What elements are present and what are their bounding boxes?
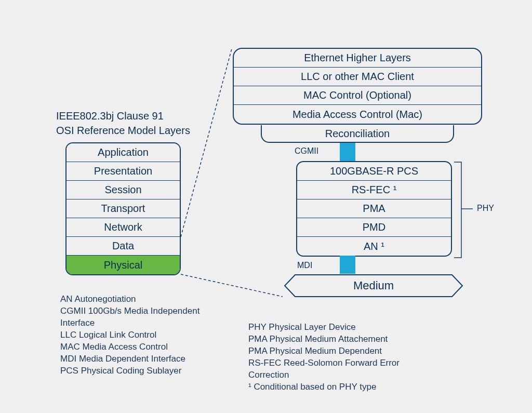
- legend-left-item: LLC Logical Link Control: [60, 329, 216, 341]
- legend-right-item: PHY Physical Layer Device: [248, 321, 430, 333]
- mdi-label: MDI: [297, 261, 312, 270]
- higher-layers-box: Ethernet Higher Layers LLC or other MAC …: [233, 48, 482, 125]
- phy-stack: 100GBASE-R PCS RS-FEC ¹ PMA PMD AN ¹: [296, 161, 452, 257]
- phy-bracket-label: PHY: [477, 204, 494, 213]
- reconciliation-box: Reconciliation: [261, 125, 454, 143]
- legend-left-item: PCS Physical Coding Sublayer: [60, 365, 216, 377]
- phy-pmd: PMD: [297, 218, 451, 237]
- osi-stack: Application Presentation Session Transpo…: [65, 142, 181, 275]
- diagram-canvas: IEEE802.3bj Clause 91 OSI Reference Mode…: [4, 4, 528, 409]
- legend-left-item: AN Autonegotiation: [60, 293, 216, 305]
- phy-pma: PMA: [297, 199, 451, 218]
- ethernet-higher-layers: Ethernet Higher Layers: [234, 49, 481, 68]
- svg-line-0: [181, 49, 232, 237]
- osi-layer-application: Application: [66, 143, 180, 162]
- osi-layer-transport: Transport: [66, 199, 180, 218]
- phy-an: AN ¹: [297, 237, 451, 256]
- legend-right: PHY Physical Layer Device PMA Physical M…: [248, 321, 430, 393]
- mac-control: MAC Control (Optional): [234, 86, 481, 105]
- legend-right-item: PMA Physical Medium Dependent: [248, 345, 430, 357]
- legend-left: AN Autonegotiation CGMII 100Gb/s Media I…: [60, 293, 216, 377]
- cgmii-connector: [340, 143, 355, 161]
- media-access-control: Media Access Control (Mac): [234, 105, 481, 124]
- osi-title-line2: OSI Reference Model Layers: [56, 125, 190, 137]
- osi-layer-data: Data: [66, 237, 180, 256]
- legend-left-item: MAC Media Access Control: [60, 341, 216, 353]
- mdi-connector: [340, 256, 355, 274]
- legend-right-item: PMA Physical Medium Attachement: [248, 333, 430, 345]
- medium-label: Medium: [284, 274, 463, 298]
- llc-mac-client: LLC or other MAC Client: [234, 68, 481, 86]
- osi-layer-session: Session: [66, 181, 180, 199]
- osi-title-line1: IEEE802.3bj Clause 91: [56, 110, 164, 122]
- legend-left-item: MDI Media Dependent Interface: [60, 353, 216, 365]
- osi-layer-presentation: Presentation: [66, 162, 180, 181]
- phy-pcs: 100GBASE-R PCS: [297, 162, 451, 181]
- medium-arrow: Medium: [284, 274, 463, 298]
- osi-layer-network: Network: [66, 218, 180, 237]
- phy-rsfec: RS-FEC ¹: [297, 181, 451, 199]
- legend-right-item: RS-FEC Reed-Solomon Forward Error Correc…: [248, 357, 430, 381]
- legend-left-item: CGMII 100Gb/s Media Independent Interfac…: [60, 305, 216, 329]
- legend-right-item: ¹ Conditional based on PHY type: [248, 381, 430, 393]
- cgmii-label: CGMII: [295, 146, 318, 156]
- osi-layer-physical: Physical: [66, 256, 180, 274]
